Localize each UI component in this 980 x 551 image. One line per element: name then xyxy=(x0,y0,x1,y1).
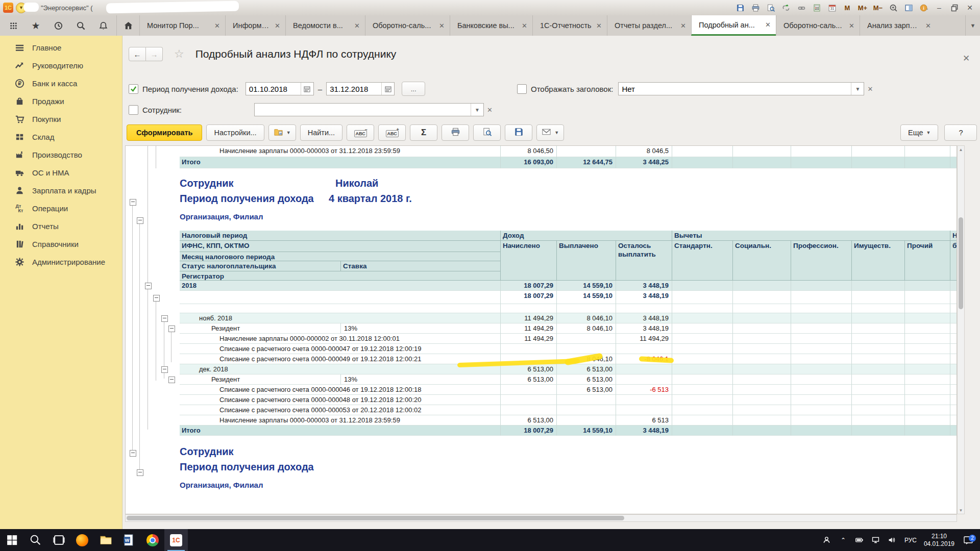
sheet-row-r6[interactable]: Начисление зарплаты 0000-000002 от 30.11… xyxy=(180,334,957,344)
sheet-cell[interactable]: Профессион. xyxy=(791,241,852,281)
tab-close-icon[interactable]: ✕ xyxy=(765,21,771,29)
sheet-cell[interactable]: 18 007,29 xyxy=(501,281,557,291)
tab-10[interactable]: Анализ зарпла...✕ xyxy=(860,15,936,36)
sheet-cell[interactable] xyxy=(905,374,950,385)
sheet-row-r14[interactable]: Начисление зарплаты 0000-000003 от 31.12… xyxy=(180,415,957,425)
more-actions-button[interactable]: Еще▼ xyxy=(900,124,938,141)
help-button[interactable]: ? xyxy=(944,124,977,141)
sum-button[interactable]: Σ xyxy=(410,124,437,141)
sheet-cell[interactable]: Итого xyxy=(180,157,501,168)
people-icon[interactable] xyxy=(822,536,832,544)
sheet-row-r5[interactable]: Резидент13%11 494,298 046,103 448,19 xyxy=(180,323,957,334)
period-more-button[interactable]: ... xyxy=(402,82,425,96)
taskbar-onec-icon[interactable]: 1С xyxy=(164,529,188,551)
sheet-cell[interactable]: Стандартн. xyxy=(672,241,733,281)
sheet-cell[interactable]: Начисление зарплаты 0000-000002 от 30.11… xyxy=(180,334,501,344)
sheet-cell[interactable] xyxy=(791,323,852,334)
sheet-cell[interactable] xyxy=(672,395,733,405)
sheet-cell[interactable] xyxy=(733,415,791,425)
employee-clear-button[interactable]: ✕ xyxy=(487,106,493,114)
sheet-cell[interactable] xyxy=(905,157,950,168)
print-button[interactable] xyxy=(442,124,469,141)
taskbar-chrome-icon[interactable] xyxy=(141,529,164,551)
show-header-input[interactable] xyxy=(619,85,851,93)
sheet-cell[interactable]: Осталось выплатить xyxy=(616,241,672,281)
sheet-cell[interactable] xyxy=(852,415,905,425)
m-icon[interactable]: M xyxy=(841,2,853,13)
sheet-cell[interactable]: 6 513,00 xyxy=(557,385,616,395)
sheet-cell[interactable] xyxy=(905,304,950,313)
sheet-cell[interactable] xyxy=(852,385,905,395)
tab-8[interactable]: Подробный ан...✕ xyxy=(691,15,776,36)
sheet-cell[interactable] xyxy=(950,415,957,425)
sheet-row-r11[interactable]: Списание с расчетного счета 0000-000046 … xyxy=(180,385,957,395)
sheet-cell[interactable] xyxy=(950,395,957,405)
sheet-cell[interactable] xyxy=(852,334,905,344)
minimize-icon[interactable]: – xyxy=(933,2,945,13)
sheet-cell[interactable] xyxy=(616,405,672,415)
sheet-cell[interactable] xyxy=(672,354,733,364)
tab-9[interactable]: Оборотно-саль...✕ xyxy=(776,15,860,36)
sheet-cell[interactable]: 6 513 xyxy=(616,415,672,425)
tab-6[interactable]: 1С-Отчетность✕ xyxy=(532,15,607,36)
print-icon[interactable] xyxy=(749,2,762,13)
sidebar-item-администрирование[interactable]: Администрирование xyxy=(0,253,122,271)
sheet-row-r2[interactable]: 18 007,2914 559,103 448,19 xyxy=(180,291,957,304)
sheet-cell[interactable]: Выплачено xyxy=(557,241,616,281)
sheet-cell[interactable] xyxy=(905,334,950,344)
sheet-cell[interactable]: Списание с расчетного счета 0000-000046 … xyxy=(180,385,501,395)
sidebar-item-главное[interactable]: Главное xyxy=(0,39,122,57)
sheet-cell[interactable] xyxy=(501,344,557,354)
sheet-cell[interactable] xyxy=(905,425,950,436)
report-variants-button[interactable]: ▼ xyxy=(268,124,296,141)
sheet-cell[interactable] xyxy=(950,157,957,168)
sheet-cell[interactable]: 8 046,50 xyxy=(501,146,557,157)
sheet-cell[interactable]: Списание с расчетного счета 0000-000048 … xyxy=(180,395,501,405)
sheet-cell[interactable]: Списание с расчетного счета 0000-000053 … xyxy=(180,405,501,415)
sheet-cell[interactable] xyxy=(616,304,672,313)
sheet-cell[interactable] xyxy=(791,313,852,323)
sheet-cell[interactable] xyxy=(791,291,852,304)
collapse-group-button[interactable] xyxy=(161,315,168,322)
vertical-scrollbar[interactable]: ▲ ▼ xyxy=(957,145,965,514)
settings-button[interactable]: Настройки... xyxy=(206,124,264,141)
link-copy-icon[interactable] xyxy=(795,2,807,13)
sheet-cell[interactable]: 13% xyxy=(341,374,501,385)
sheet-cell[interactable]: 14 559,10 xyxy=(557,291,616,304)
sheet-cell[interactable] xyxy=(733,313,791,323)
sheet-cell[interactable] xyxy=(733,146,791,157)
sheet-cell[interactable] xyxy=(557,304,616,313)
sheet-cell[interactable] xyxy=(672,281,733,291)
sheet-cell[interactable] xyxy=(672,334,733,344)
sheet-cell[interactable] xyxy=(950,344,957,354)
mail-button[interactable]: ▼ xyxy=(536,124,564,141)
sheet-cell[interactable] xyxy=(733,405,791,415)
save-button[interactable] xyxy=(505,124,532,141)
sheet-cell[interactable] xyxy=(950,364,957,374)
sheet-cell[interactable] xyxy=(852,304,905,313)
link-go-icon[interactable] xyxy=(780,2,792,13)
sheet-cell[interactable]: 12 644,75 xyxy=(557,157,616,168)
m-minus-icon[interactable]: M− xyxy=(872,2,884,13)
sheet-cell[interactable] xyxy=(852,281,905,291)
sheet-row-r3[interactable]: " xyxy=(180,304,957,313)
sheet-cell[interactable] xyxy=(905,291,950,304)
sidebar-item-банк-и-касса[interactable]: ₽Банк и касса xyxy=(0,74,122,92)
calendar-icon[interactable] xyxy=(381,83,394,95)
collapse-group-button[interactable] xyxy=(137,469,143,476)
restore-icon[interactable] xyxy=(948,2,961,13)
hidden-icons-icon[interactable]: ⌃ xyxy=(838,536,848,544)
favorites-icon[interactable]: ★ xyxy=(26,17,46,34)
split-icon[interactable] xyxy=(902,2,915,13)
sheet-cell[interactable] xyxy=(733,395,791,405)
sidebar-item-производство[interactable]: Производство xyxy=(0,146,122,164)
sheet-cell[interactable]: Прочий xyxy=(905,241,950,281)
sheet-cell[interactable]: ИФНС, КПП, ОКТМО xyxy=(180,241,501,252)
tabs-overflow-button[interactable]: ▼ xyxy=(965,15,980,36)
period-checkbox[interactable] xyxy=(129,84,138,94)
tab-close-icon[interactable]: ✕ xyxy=(214,22,220,30)
employee-checkbox[interactable] xyxy=(129,105,138,115)
sheet-cell[interactable] xyxy=(905,395,950,405)
expand-groups-button[interactable]: АВС+ xyxy=(378,124,406,141)
sheet-cell[interactable] xyxy=(791,146,852,157)
